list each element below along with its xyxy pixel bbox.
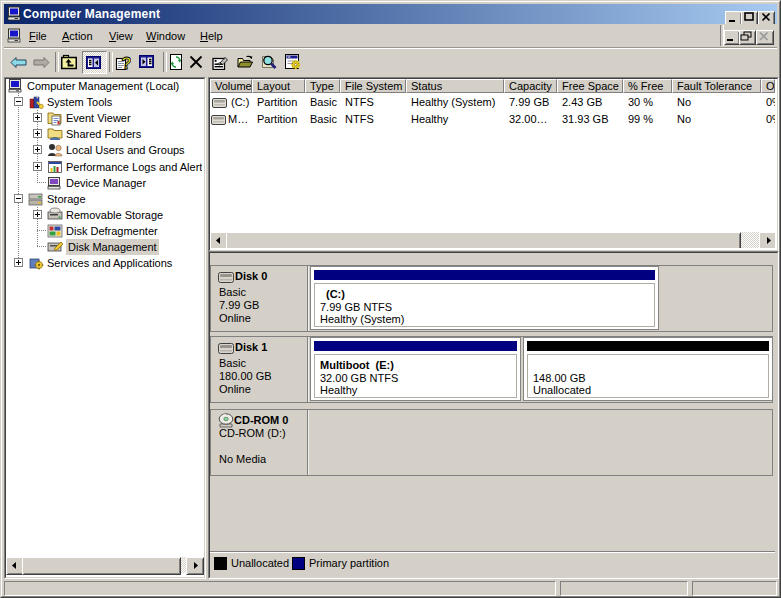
svg-text:?: ?: [121, 54, 131, 70]
